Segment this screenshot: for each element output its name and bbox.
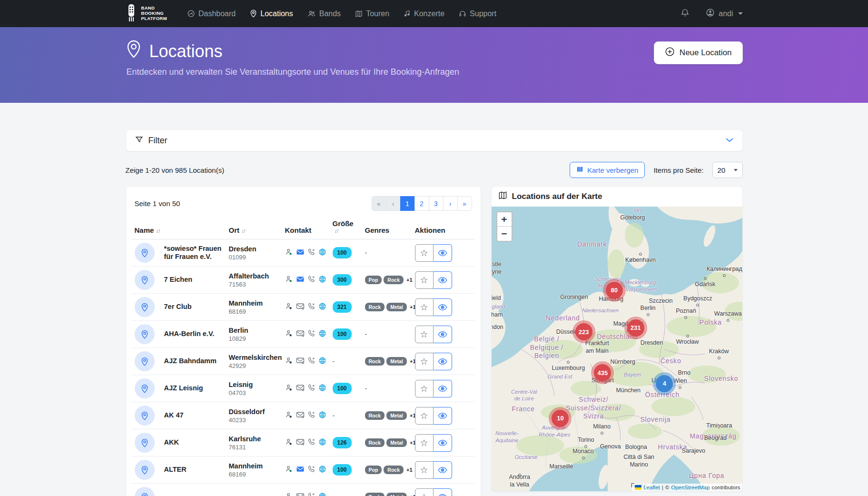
person-icon — [285, 357, 293, 367]
marker-cluster[interactable]: 10 — [552, 410, 569, 427]
column-header-groesse[interactable]: Größe↓↑ — [333, 219, 365, 234]
mail-icon — [296, 411, 305, 420]
column-header-name[interactable]: Name↓↑ — [135, 226, 229, 234]
favorite-star-button[interactable]: ☆ — [415, 434, 434, 452]
capacity-badge: 100 — [333, 328, 365, 340]
favorite-star-button[interactable]: ☆ — [415, 488, 434, 496]
table-row: AHA-Berlin e.V.Berlin10829100-☆ — [132, 321, 475, 348]
zoom-out-button[interactable]: − — [497, 227, 512, 241]
favorite-star-button[interactable]: ☆ — [415, 461, 434, 479]
globe-icon — [318, 275, 326, 285]
osm-link[interactable]: OpenStreetMap — [671, 485, 710, 490]
genre-badge: Metal — [386, 357, 407, 366]
city-dot — [723, 274, 726, 277]
hide-map-button[interactable]: Karte verbergen — [570, 162, 645, 178]
marker-cluster[interactable]: 223 — [575, 323, 592, 340]
phone-x-icon — [307, 248, 316, 258]
people-icon — [307, 10, 316, 18]
globe-icon — [318, 465, 326, 475]
sort-icon: ↓↑ — [335, 228, 365, 234]
navbar: BANDBOOKINGPLATFORM DashboardLocationsBa… — [0, 0, 868, 27]
items-per-page-label: Items pro Seite: — [653, 166, 703, 174]
column-header-ort[interactable]: Ort↓↑ — [229, 226, 285, 234]
table-row: AJZ LeisnigLeisnig04703100-☆ — [132, 375, 475, 402]
person-icon — [285, 302, 293, 312]
favorite-star-button[interactable]: ☆ — [415, 298, 434, 316]
globe-icon — [318, 438, 326, 448]
filter-bar[interactable]: Filter — [126, 129, 743, 151]
genre-badge: Rock — [365, 493, 385, 496]
nav-item-bands[interactable]: Bands — [307, 10, 341, 18]
view-eye-button[interactable] — [434, 407, 452, 425]
location-ort: Wermelskirchen42929 — [229, 354, 285, 369]
leaflet-link[interactable]: Leaflet — [643, 485, 660, 490]
favorite-star-button[interactable]: ☆ — [415, 353, 434, 370]
page-subtitle: Entdecken und verwalten Sie Veranstaltun… — [127, 67, 743, 77]
nav-item-touren[interactable]: Touren — [355, 10, 389, 18]
page-button-‹: ‹ — [386, 196, 401, 211]
chevron-down-icon[interactable] — [725, 136, 734, 145]
guitar-logo-icon — [126, 4, 137, 24]
zoom-in-button[interactable]: + — [497, 212, 512, 227]
view-eye-button[interactable] — [434, 353, 452, 370]
favorite-star-button[interactable]: ☆ — [415, 244, 434, 262]
phone-x-icon — [307, 465, 316, 475]
genres-cell: RockMetal+1 — [365, 411, 415, 420]
person-icon — [285, 465, 293, 475]
view-eye-button[interactable] — [434, 244, 452, 262]
genres-cell: RockMetal+1 — [365, 357, 415, 366]
location-ort: Düsseldorf40233 — [229, 408, 285, 424]
phone-x-icon — [307, 302, 316, 312]
nav-item-locations[interactable]: Locations — [250, 10, 293, 18]
funnel-icon — [135, 135, 144, 146]
genre-badge: Rock — [365, 357, 385, 366]
note-icon — [404, 10, 411, 18]
view-eye-button[interactable] — [434, 461, 452, 479]
phone-x-icon — [307, 357, 316, 367]
city-dot — [718, 357, 720, 359]
marker-cluster[interactable]: 4 — [656, 375, 673, 392]
leaflet-map[interactable]: länGöteborgDanmarkKøbenhavnКалининградNe… — [492, 207, 743, 491]
marker-cluster[interactable]: 435 — [594, 364, 611, 381]
location-name: ALTER — [164, 466, 229, 474]
bell-icon[interactable] — [681, 8, 690, 20]
location-pin-icon — [135, 351, 155, 371]
view-eye-button[interactable] — [434, 326, 452, 343]
capacity-badge: 100 — [333, 464, 365, 476]
genres-cell: RockMetal+1 — [365, 303, 415, 311]
capacity-badge: 100 — [333, 383, 365, 394]
results-count: Zeige 1-20 von 985 Location(s) — [126, 166, 225, 174]
folded-map-icon — [498, 191, 507, 202]
nav-items: DashboardLocationsBandsTourenKonzerteSup… — [187, 10, 496, 18]
brand-logo[interactable]: BANDBOOKINGPLATFORM — [126, 4, 167, 24]
nav-item-support[interactable]: Support — [459, 10, 496, 18]
favorite-star-button[interactable]: ☆ — [415, 326, 434, 343]
table-header-row: Name↓↑ Ort↓↑ Kontakt Größe↓↑ Genres Akti… — [132, 218, 475, 239]
city-dot — [727, 319, 730, 322]
location-pin-icon — [135, 378, 155, 398]
items-per-page-select[interactable]: 20 — [712, 162, 743, 178]
view-eye-button[interactable] — [434, 488, 452, 496]
genre-badge: Rock — [365, 438, 385, 447]
page-button-1[interactable]: 1 — [400, 196, 415, 211]
view-eye-button[interactable] — [434, 380, 452, 397]
plus-circle-icon — [665, 47, 675, 59]
view-eye-button[interactable] — [434, 434, 452, 452]
view-eye-button[interactable] — [434, 271, 452, 289]
page-button-›[interactable]: › — [443, 196, 458, 211]
nav-item-konzerte[interactable]: Konzerte — [404, 10, 444, 18]
favorite-star-button[interactable]: ☆ — [415, 380, 434, 397]
page-button-»[interactable]: » — [457, 196, 472, 211]
new-location-button[interactable]: Neue Location — [654, 41, 743, 64]
location-pin-icon — [135, 460, 155, 480]
favorite-star-button[interactable]: ☆ — [415, 407, 434, 425]
view-eye-button[interactable] — [434, 298, 452, 316]
nav-item-dashboard[interactable]: Dashboard — [187, 10, 236, 18]
user-menu[interactable]: andi — [706, 8, 742, 19]
marker-cluster[interactable]: 80 — [606, 282, 623, 299]
page-button-2[interactable]: 2 — [414, 196, 429, 211]
genre-badge: Metal — [386, 411, 407, 420]
marker-cluster[interactable]: 231 — [627, 319, 644, 337]
page-button-3[interactable]: 3 — [429, 196, 444, 211]
favorite-star-button[interactable]: ☆ — [415, 271, 434, 289]
